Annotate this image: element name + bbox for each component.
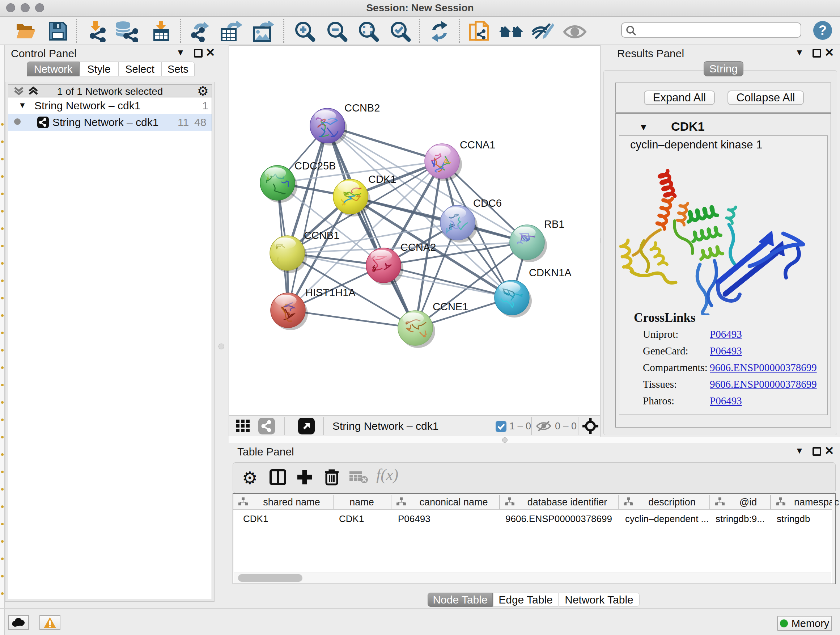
svg-text:CDC6: CDC6 [473,197,502,209]
svg-text:CDKN1A: CDKN1A [529,267,572,279]
svg-text:CDC25B: CDC25B [294,160,336,172]
svg-text:CCNB2: CCNB2 [344,102,380,114]
svg-text:CDK1: CDK1 [368,173,396,185]
svg-text:CCNE1: CCNE1 [433,301,468,312]
svg-text:RB1: RB1 [544,218,564,230]
svg-text:CCNA1: CCNA1 [460,139,495,150]
svg-text:CCNB1: CCNB1 [304,230,339,241]
svg-text:CCNA2: CCNA2 [401,241,436,253]
svg-text:HIST1H1A: HIST1H1A [305,287,355,298]
